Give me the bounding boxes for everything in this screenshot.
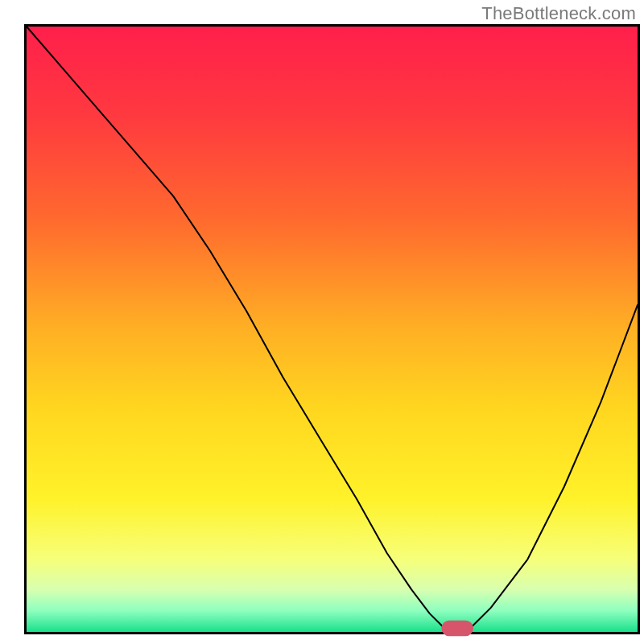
optimum-marker bbox=[441, 621, 473, 637]
bottleneck-chart bbox=[0, 0, 644, 644]
watermark-text: TheBottleneck.com bbox=[481, 3, 636, 24]
plot-gradient bbox=[27, 27, 638, 632]
chart-container: TheBottleneck.com bbox=[0, 0, 644, 644]
